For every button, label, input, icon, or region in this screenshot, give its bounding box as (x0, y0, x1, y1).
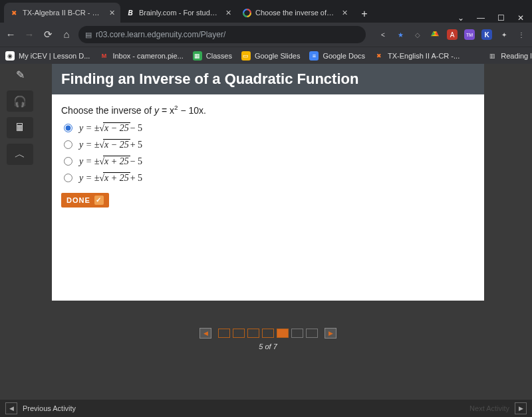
activity-footer: ◀ Previous Activity Next Activity ▶ (0, 400, 532, 417)
rail-annotate-icon[interactable]: ✎ (7, 64, 33, 85)
pager-step-7[interactable] (306, 329, 318, 338)
home-button[interactable]: ⌂ (61, 29, 72, 41)
pager-step-2[interactable] (233, 329, 245, 338)
favicon-google (242, 8, 251, 17)
bookmark-4[interactable]: ≡Google Docs (309, 51, 365, 61)
tab-2[interactable]: Choose the inverse of y = x2 − 1 ✕ (237, 3, 353, 23)
prev-activity-label[interactable]: Previous Activity (23, 404, 76, 412)
reading-list-label: Reading list (501, 52, 532, 60)
tab-strip: ✖ TX-Algebra II B-CR - Edgenuity.co ✕ B … (0, 0, 532, 23)
bookmark-0-label: My iCEV | Lesson D... (19, 52, 90, 60)
pdf-icon[interactable]: A (447, 29, 458, 40)
close-icon[interactable]: ✕ (342, 9, 348, 17)
reading-list-button[interactable]: ▥Reading list (487, 51, 532, 61)
bookmark-3[interactable]: ▭Google Slides (241, 51, 301, 61)
favicon-brainly: B (126, 8, 135, 17)
close-icon[interactable]: ✕ (225, 9, 231, 17)
option-2[interactable]: y = ±√x + 25 − 5 (64, 156, 475, 167)
bookmark-2-label: Classes (206, 52, 232, 60)
tab-1-title: Brainly.com - For students. By st (139, 9, 219, 17)
done-label: DONE (66, 196, 90, 204)
ext-k-icon[interactable]: K (481, 29, 492, 40)
pager-step-5[interactable] (277, 329, 289, 338)
address-bar[interactable]: ▤ r03.core.learn.edgenuity.com/Player/ (78, 26, 366, 43)
option-3-math: y = ±√x + 25 + 5 (79, 172, 142, 184)
option-1-radio[interactable] (64, 140, 72, 149)
url-text: r03.core.learn.edgenuity.com/Player/ (96, 30, 225, 39)
option-1[interactable]: y = ±√x − 25 + 5 (64, 139, 475, 150)
tab-0-title: TX-Algebra II B-CR - Edgenuity.co (23, 9, 102, 17)
rail-calculator-icon[interactable]: 🖩 (7, 117, 33, 138)
answer-options: y = ±√x − 25 − 5 y = ±√x − 25 + 5 y = ±√… (61, 122, 475, 184)
pager-label: 5 of 7 (52, 343, 484, 350)
lesson-container: Finding an Inverse of a Quadratic Functi… (52, 64, 484, 301)
done-button[interactable]: DONE ✓ (61, 193, 109, 208)
bookmark-4-label: Google Docs (323, 52, 365, 60)
prev-activity-arrow[interactable]: ◀ (5, 402, 17, 414)
new-tab-button[interactable]: + (356, 5, 373, 23)
option-2-radio[interactable] (64, 157, 72, 166)
pager-step-6[interactable] (291, 329, 303, 338)
menu-icon[interactable]: ⋮ (516, 29, 527, 40)
pager-prev-button[interactable]: ◀ (200, 328, 211, 339)
shield-icon[interactable]: ◇ (412, 29, 423, 40)
reload-button[interactable]: ⟳ (43, 29, 53, 41)
option-0-math: y = ±√x − 25 − 5 (79, 122, 142, 134)
pager-step-4[interactable] (262, 329, 274, 338)
pager-next-button[interactable]: ▶ (325, 328, 336, 339)
option-1-math: y = ±√x − 25 + 5 (79, 139, 142, 150)
nav-icons: ← → ⟳ ⌂ (5, 29, 72, 41)
drive-icon[interactable] (430, 29, 440, 40)
close-icon[interactable]: ✕ (109, 9, 115, 17)
window-controls: ⌄ — ☐ ✕ (456, 13, 532, 23)
bookmark-0[interactable]: ◉My iCEV | Lesson D... (5, 51, 90, 61)
rail-audio-icon[interactable]: 🎧 (7, 90, 33, 112)
tab-2-title: Choose the inverse of y = x2 − 1 (255, 9, 335, 17)
maximize-button[interactable]: ☐ (496, 13, 505, 23)
pager-boxes: ◀ ▶ (196, 328, 340, 339)
check-icon: ✓ (94, 196, 104, 205)
option-2-math: y = ±√x + 25 − 5 (79, 156, 142, 167)
bookmark-1-label: Inbox - cameron.pie... (112, 52, 183, 60)
option-0[interactable]: y = ±√x − 25 − 5 (64, 122, 475, 134)
pager-step-3[interactable] (247, 329, 259, 338)
lesson-body: Choose the inverse of y = x2 − 10x. y = … (52, 94, 484, 301)
option-0-radio[interactable] (64, 124, 72, 132)
question-prompt: Choose the inverse of y = x2 − 10x. (61, 104, 475, 116)
next-activity-label: Next Activity (469, 404, 509, 412)
browser-toolbar: ← → ⟳ ⌂ ▤ r03.core.learn.edgenuity.com/P… (0, 23, 532, 47)
bookmark-3-label: Google Slides (255, 52, 301, 60)
toolbar-right-icons: < ★ ◇ A TM K ✦ ⋮ (372, 29, 527, 40)
tab-1[interactable]: B Brainly.com - For students. By st ✕ (120, 3, 237, 23)
side-rail: ✎ 🎧 🖩 ︿ (7, 64, 39, 165)
bookmark-star-icon[interactable]: ★ (395, 29, 406, 40)
next-activity-arrow[interactable]: ▶ (515, 402, 527, 414)
rail-collapse-icon[interactable]: ︿ (7, 144, 33, 165)
option-3[interactable]: y = ±√x + 25 + 5 (64, 172, 475, 184)
ext-tm-icon[interactable]: TM (464, 29, 475, 40)
bookmarks-bar: ◉My iCEV | Lesson D... MInbox - cameron.… (0, 47, 532, 64)
bookmark-1[interactable]: MInbox - cameron.pie... (99, 51, 183, 61)
lesson-title: Finding an Inverse of a Quadratic Functi… (61, 70, 358, 88)
bookmark-2[interactable]: ▦Classes (193, 51, 232, 61)
site-info-icon[interactable]: ▤ (85, 31, 92, 39)
lesson-header: Finding an Inverse of a Quadratic Functi… (52, 64, 484, 94)
prompt-prefix: Choose the inverse of (61, 105, 154, 116)
forward-button[interactable]: → (24, 29, 35, 41)
prompt-rhs-b: − 10x. (178, 105, 206, 116)
close-window-button[interactable]: ✕ (516, 13, 525, 23)
chevron-down-icon[interactable]: ⌄ (456, 13, 466, 23)
bookmark-5[interactable]: ✖TX-English II A-CR -... (374, 51, 460, 61)
minimize-button[interactable]: — (476, 13, 485, 23)
favicon-edgenuity: ✖ (9, 8, 19, 17)
tab-0[interactable]: ✖ TX-Algebra II B-CR - Edgenuity.co ✕ (4, 3, 120, 23)
edgenuity-page: ✎ 🎧 🖩 ︿ Finding an Inverse of a Quadrati… (0, 64, 532, 400)
back-button[interactable]: ← (5, 29, 16, 41)
prompt-rhs-a: = x (159, 105, 174, 116)
bookmark-5-label: TX-English II A-CR -... (388, 52, 460, 60)
pager-step-1[interactable] (218, 329, 230, 338)
option-3-radio[interactable] (64, 174, 72, 182)
extensions-icon[interactable]: ✦ (499, 29, 509, 40)
share-icon[interactable]: < (378, 29, 388, 40)
frame-pager: ◀ ▶ 5 of 7 (52, 326, 484, 350)
